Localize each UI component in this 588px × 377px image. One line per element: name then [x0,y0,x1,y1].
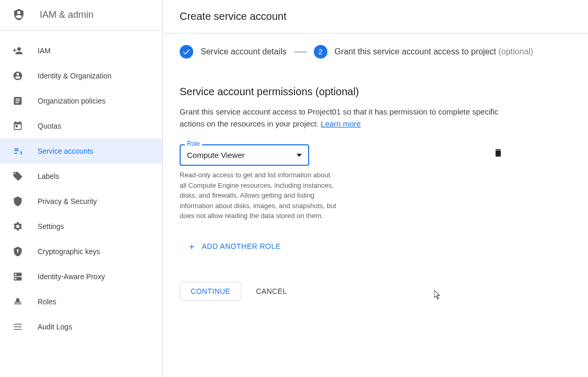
dns-icon [13,271,23,282]
sidebar-item-privacy-security[interactable]: Privacy & Security [0,189,162,214]
role-selected-value: Compute Viewer [187,151,245,159]
sidebar-item-audit-logs[interactable]: Audit Logs [0,314,162,339]
sidebar-item-settings[interactable]: Settings [0,214,162,239]
hat-icon [13,296,23,307]
sidebar-item-cryptographic-keys[interactable]: Cryptographic keys [0,239,162,264]
sidebar-header: IAM & admin [0,0,162,31]
article-icon [13,96,23,106]
sidebar-item-label: Settings [38,222,64,231]
step-connector [294,52,307,52]
step-1-label: Service account details [201,47,287,56]
action-row: CONTINUE CANCEL [180,282,571,301]
sidebar-item-label: Quotas [38,122,61,130]
sidebar-item-identity-aware-proxy[interactable]: Identity-Aware Proxy [0,264,162,289]
product-name: IAM & admin [40,9,93,20]
sidebar-item-label: Privacy & Security [38,197,97,205]
sidebar-item-identity-organization[interactable]: Identity & Organization [0,63,162,88]
project-name: Project01 [308,107,340,116]
page-title: Create service account [163,0,588,33]
add-role-label: ADD ANOTHER ROLE [202,242,281,250]
sidebar-item-labels[interactable]: Labels [0,164,162,189]
sidebar-item-label: Identity-Aware Proxy [38,272,105,281]
chevron-down-icon [297,154,302,157]
step-2-label: Grant this service account access to pro… [335,47,534,56]
permissions-section: Service account permissions (optional) G… [163,70,588,301]
step-2-number: 2 [314,45,327,59]
gear-icon [13,221,23,232]
role-field: Role Compute Viewer [180,144,309,166]
shield-person-icon [13,8,25,21]
step-1[interactable]: Service account details [180,45,287,59]
today-icon [13,121,23,131]
sidebar-item-iam[interactable]: IAM [0,38,162,63]
label-icon [13,171,23,181]
section-title: Service account permissions (optional) [180,86,571,98]
cancel-button[interactable]: CANCEL [256,287,287,295]
sidebar: IAM & admin IAM Identity & Organization … [0,0,163,377]
sidebar-item-label: Audit Logs [38,323,72,331]
shield-key-icon [13,246,23,257]
step-2-optional: (optional) [498,47,533,56]
continue-button[interactable]: CONTINUE [180,282,241,301]
role-row: Role Compute Viewer Read-only access to … [180,144,571,221]
sidebar-nav: IAM Identity & Organization Organization… [0,31,162,339]
add-another-role-button[interactable]: ＋ ADD ANOTHER ROLE [187,240,281,253]
add-person-icon [13,45,23,56]
check-circle-icon [180,45,193,59]
shield-icon [13,196,23,207]
section-description: Grant this service account access to Pro… [180,106,514,130]
list-icon [13,322,23,332]
person-circle-icon [13,71,23,81]
role-description: Read-only access to get and list informa… [180,170,336,221]
sidebar-item-label: Identity & Organization [38,72,112,80]
sidebar-item-label: Roles [38,298,56,306]
main-content: Create service account Service account d… [163,0,588,377]
plus-icon: ＋ [187,240,197,253]
role-select[interactable]: Compute Viewer [180,144,309,166]
delete-icon[interactable] [493,147,503,158]
role-field-label: Role [185,140,202,147]
sidebar-item-label: Service accounts [38,147,93,155]
stepper: Service account details 2 Grant this ser… [163,33,588,70]
sidebar-item-label: IAM [38,47,51,55]
sidebar-item-roles[interactable]: Roles [0,289,162,314]
sidebar-item-label: Cryptographic keys [38,247,100,256]
step-2-label-text: Grant this service account access to pro… [335,47,496,56]
sidebar-item-quotas[interactable]: Quotas [0,113,162,139]
learn-more-link[interactable]: Learn more [321,119,361,128]
sidebar-item-label: Organization policies [38,97,105,105]
step-2[interactable]: 2 Grant this service account access to p… [314,45,534,59]
sidebar-item-label: Labels [38,172,59,180]
sidebar-item-organization-policies[interactable]: Organization policies [0,88,162,113]
desc-part-1: Grant this service account access to [180,107,308,116]
service-account-icon [13,146,23,156]
sidebar-item-service-accounts[interactable]: Service accounts [0,139,162,164]
